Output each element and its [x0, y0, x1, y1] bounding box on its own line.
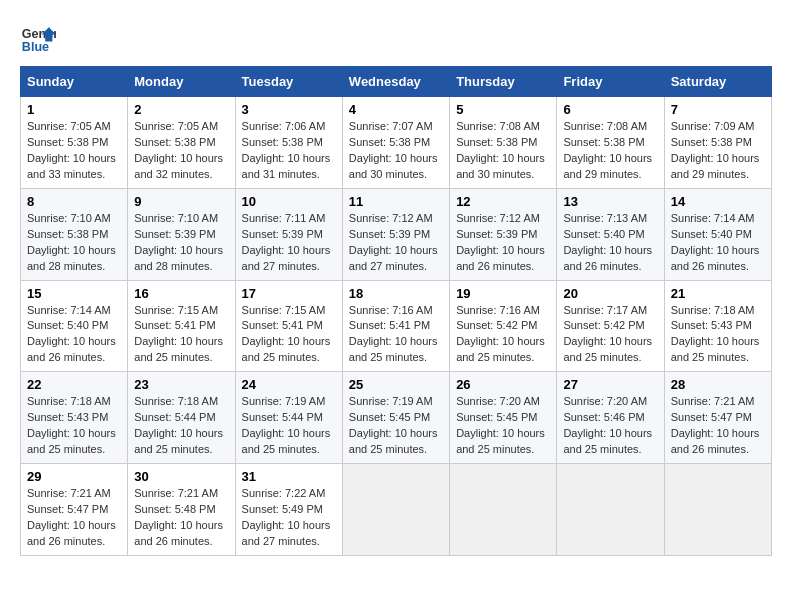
day-cell: [664, 464, 771, 556]
day-info: Sunrise: 7:15 AMSunset: 5:41 PMDaylight:…: [134, 303, 228, 367]
day-cell: 1Sunrise: 7:05 AMSunset: 5:38 PMDaylight…: [21, 97, 128, 189]
svg-text:Blue: Blue: [22, 40, 49, 54]
day-cell: 11Sunrise: 7:12 AMSunset: 5:39 PMDayligh…: [342, 188, 449, 280]
day-info: Sunrise: 7:21 AMSunset: 5:47 PMDaylight:…: [671, 394, 765, 458]
day-number: 7: [671, 102, 765, 117]
day-cell: 29Sunrise: 7:21 AMSunset: 5:47 PMDayligh…: [21, 464, 128, 556]
day-number: 4: [349, 102, 443, 117]
day-number: 30: [134, 469, 228, 484]
day-cell: 13Sunrise: 7:13 AMSunset: 5:40 PMDayligh…: [557, 188, 664, 280]
day-cell: 5Sunrise: 7:08 AMSunset: 5:38 PMDaylight…: [450, 97, 557, 189]
day-cell: [557, 464, 664, 556]
day-cell: 26Sunrise: 7:20 AMSunset: 5:45 PMDayligh…: [450, 372, 557, 464]
day-number: 12: [456, 194, 550, 209]
day-cell: 8Sunrise: 7:10 AMSunset: 5:38 PMDaylight…: [21, 188, 128, 280]
week-row-5: 29Sunrise: 7:21 AMSunset: 5:47 PMDayligh…: [21, 464, 772, 556]
day-number: 20: [563, 286, 657, 301]
day-cell: 10Sunrise: 7:11 AMSunset: 5:39 PMDayligh…: [235, 188, 342, 280]
day-info: Sunrise: 7:12 AMSunset: 5:39 PMDaylight:…: [456, 211, 550, 275]
day-number: 8: [27, 194, 121, 209]
day-info: Sunrise: 7:12 AMSunset: 5:39 PMDaylight:…: [349, 211, 443, 275]
day-number: 22: [27, 377, 121, 392]
day-cell: [450, 464, 557, 556]
day-number: 3: [242, 102, 336, 117]
day-info: Sunrise: 7:16 AMSunset: 5:42 PMDaylight:…: [456, 303, 550, 367]
day-info: Sunrise: 7:21 AMSunset: 5:47 PMDaylight:…: [27, 486, 121, 550]
day-cell: [342, 464, 449, 556]
day-number: 14: [671, 194, 765, 209]
day-cell: 28Sunrise: 7:21 AMSunset: 5:47 PMDayligh…: [664, 372, 771, 464]
day-info: Sunrise: 7:08 AMSunset: 5:38 PMDaylight:…: [563, 119, 657, 183]
day-number: 26: [456, 377, 550, 392]
day-number: 9: [134, 194, 228, 209]
calendar-table: SundayMondayTuesdayWednesdayThursdayFrid…: [20, 66, 772, 556]
column-header-thursday: Thursday: [450, 67, 557, 97]
day-info: Sunrise: 7:09 AMSunset: 5:38 PMDaylight:…: [671, 119, 765, 183]
day-number: 13: [563, 194, 657, 209]
day-number: 25: [349, 377, 443, 392]
day-cell: 27Sunrise: 7:20 AMSunset: 5:46 PMDayligh…: [557, 372, 664, 464]
day-cell: 30Sunrise: 7:21 AMSunset: 5:48 PMDayligh…: [128, 464, 235, 556]
day-number: 18: [349, 286, 443, 301]
day-cell: 4Sunrise: 7:07 AMSunset: 5:38 PMDaylight…: [342, 97, 449, 189]
day-number: 6: [563, 102, 657, 117]
day-info: Sunrise: 7:07 AMSunset: 5:38 PMDaylight:…: [349, 119, 443, 183]
week-row-2: 8Sunrise: 7:10 AMSunset: 5:38 PMDaylight…: [21, 188, 772, 280]
day-cell: 23Sunrise: 7:18 AMSunset: 5:44 PMDayligh…: [128, 372, 235, 464]
day-info: Sunrise: 7:05 AMSunset: 5:38 PMDaylight:…: [27, 119, 121, 183]
column-header-monday: Monday: [128, 67, 235, 97]
day-number: 19: [456, 286, 550, 301]
week-row-4: 22Sunrise: 7:18 AMSunset: 5:43 PMDayligh…: [21, 372, 772, 464]
day-cell: 7Sunrise: 7:09 AMSunset: 5:38 PMDaylight…: [664, 97, 771, 189]
day-number: 24: [242, 377, 336, 392]
day-info: Sunrise: 7:21 AMSunset: 5:48 PMDaylight:…: [134, 486, 228, 550]
column-header-friday: Friday: [557, 67, 664, 97]
day-info: Sunrise: 7:08 AMSunset: 5:38 PMDaylight:…: [456, 119, 550, 183]
logo: General Blue: [20, 20, 60, 56]
day-number: 28: [671, 377, 765, 392]
day-cell: 25Sunrise: 7:19 AMSunset: 5:45 PMDayligh…: [342, 372, 449, 464]
day-cell: 21Sunrise: 7:18 AMSunset: 5:43 PMDayligh…: [664, 280, 771, 372]
day-info: Sunrise: 7:22 AMSunset: 5:49 PMDaylight:…: [242, 486, 336, 550]
page-header: General Blue: [20, 20, 772, 56]
day-cell: 18Sunrise: 7:16 AMSunset: 5:41 PMDayligh…: [342, 280, 449, 372]
day-number: 23: [134, 377, 228, 392]
day-cell: 20Sunrise: 7:17 AMSunset: 5:42 PMDayligh…: [557, 280, 664, 372]
day-number: 27: [563, 377, 657, 392]
day-cell: 31Sunrise: 7:22 AMSunset: 5:49 PMDayligh…: [235, 464, 342, 556]
day-cell: 22Sunrise: 7:18 AMSunset: 5:43 PMDayligh…: [21, 372, 128, 464]
day-cell: 19Sunrise: 7:16 AMSunset: 5:42 PMDayligh…: [450, 280, 557, 372]
days-header-row: SundayMondayTuesdayWednesdayThursdayFrid…: [21, 67, 772, 97]
day-cell: 16Sunrise: 7:15 AMSunset: 5:41 PMDayligh…: [128, 280, 235, 372]
day-info: Sunrise: 7:18 AMSunset: 5:43 PMDaylight:…: [671, 303, 765, 367]
column-header-wednesday: Wednesday: [342, 67, 449, 97]
day-info: Sunrise: 7:06 AMSunset: 5:38 PMDaylight:…: [242, 119, 336, 183]
day-number: 10: [242, 194, 336, 209]
day-info: Sunrise: 7:17 AMSunset: 5:42 PMDaylight:…: [563, 303, 657, 367]
week-row-3: 15Sunrise: 7:14 AMSunset: 5:40 PMDayligh…: [21, 280, 772, 372]
day-info: Sunrise: 7:11 AMSunset: 5:39 PMDaylight:…: [242, 211, 336, 275]
day-number: 17: [242, 286, 336, 301]
day-number: 15: [27, 286, 121, 301]
day-info: Sunrise: 7:16 AMSunset: 5:41 PMDaylight:…: [349, 303, 443, 367]
day-number: 2: [134, 102, 228, 117]
day-number: 11: [349, 194, 443, 209]
day-info: Sunrise: 7:19 AMSunset: 5:44 PMDaylight:…: [242, 394, 336, 458]
day-info: Sunrise: 7:13 AMSunset: 5:40 PMDaylight:…: [563, 211, 657, 275]
day-number: 5: [456, 102, 550, 117]
column-header-saturday: Saturday: [664, 67, 771, 97]
day-number: 21: [671, 286, 765, 301]
day-info: Sunrise: 7:14 AMSunset: 5:40 PMDaylight:…: [27, 303, 121, 367]
day-cell: 2Sunrise: 7:05 AMSunset: 5:38 PMDaylight…: [128, 97, 235, 189]
day-info: Sunrise: 7:19 AMSunset: 5:45 PMDaylight:…: [349, 394, 443, 458]
day-cell: 15Sunrise: 7:14 AMSunset: 5:40 PMDayligh…: [21, 280, 128, 372]
column-header-tuesday: Tuesday: [235, 67, 342, 97]
day-cell: 24Sunrise: 7:19 AMSunset: 5:44 PMDayligh…: [235, 372, 342, 464]
day-cell: 3Sunrise: 7:06 AMSunset: 5:38 PMDaylight…: [235, 97, 342, 189]
day-number: 16: [134, 286, 228, 301]
day-number: 31: [242, 469, 336, 484]
day-info: Sunrise: 7:18 AMSunset: 5:44 PMDaylight:…: [134, 394, 228, 458]
day-info: Sunrise: 7:15 AMSunset: 5:41 PMDaylight:…: [242, 303, 336, 367]
day-info: Sunrise: 7:20 AMSunset: 5:45 PMDaylight:…: [456, 394, 550, 458]
day-info: Sunrise: 7:14 AMSunset: 5:40 PMDaylight:…: [671, 211, 765, 275]
